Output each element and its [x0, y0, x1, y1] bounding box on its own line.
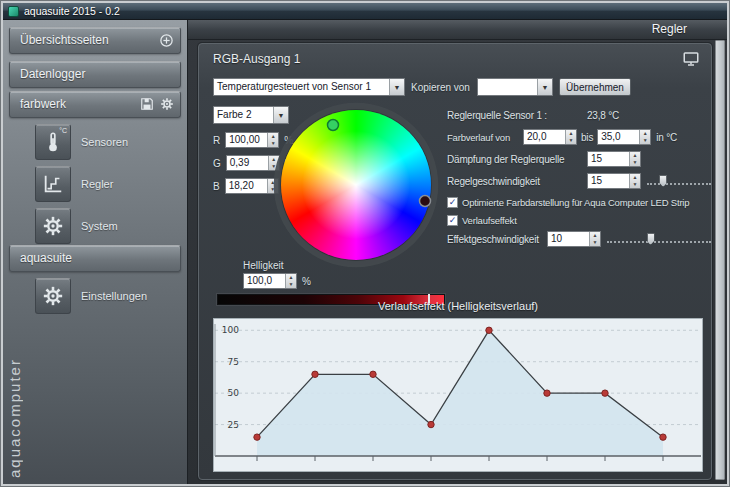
curve-icon [42, 173, 64, 195]
wheel-handle-green[interactable] [328, 120, 339, 131]
window-titlebar[interactable]: aquasuite 2015 - 0.2 [3, 3, 727, 20]
sidebar-item-farbwerk[interactable]: farbwerk [9, 91, 181, 118]
led-strip-label: Optimierte Farbdarstellung für Aqua Comp… [462, 197, 689, 208]
slider-track [647, 183, 711, 185]
sidebar-item-system-label[interactable]: System [81, 220, 118, 232]
spin-up-icon[interactable]: ▲ [590, 232, 600, 239]
brand-logo: aquacomputer [6, 268, 23, 478]
chevron-down-icon[interactable]: ▼ [389, 79, 404, 95]
spin-down-icon[interactable]: ▼ [630, 159, 640, 166]
spin-up-icon[interactable]: ▲ [566, 130, 576, 137]
mode-select[interactable]: Temperaturgesteuert von Sensor 1 ▼ [213, 78, 405, 96]
speed-label: Regelgeschwindigkeit [447, 176, 587, 187]
green-label: G [213, 158, 221, 169]
spin-up-icon[interactable]: ▲ [630, 152, 640, 159]
effect-speed-row: Effektgeschwindigkeit 10 ▲▼ [447, 230, 711, 248]
svg-text:25: 25 [228, 420, 239, 430]
spin-up-icon[interactable]: ▲ [630, 174, 640, 181]
sidebar-item-sensoren[interactable]: °C [35, 124, 71, 160]
svg-text:50: 50 [228, 388, 240, 398]
copy-from-label: Kopieren von [411, 82, 470, 93]
window-title: aquasuite 2015 - 0.2 [24, 5, 120, 17]
checkbox[interactable]: ✓ [447, 197, 458, 208]
main-area: Regler RGB-Ausgang 1 Temperaturgesteuert… [188, 20, 727, 484]
red-label: R [213, 135, 220, 146]
sidebar-item-regler-label[interactable]: Regler [81, 178, 113, 190]
sidebar-item-system[interactable] [35, 208, 71, 244]
sidebar-item-einstellungen[interactable] [35, 278, 71, 314]
copy-from-value [478, 79, 537, 95]
range-unit-label: in °C [656, 132, 677, 143]
effect-chart: 255075100 [213, 318, 703, 472]
thermometer-icon [42, 131, 64, 153]
brightness-label: Helligkeit [243, 260, 284, 271]
controller-settings: Reglerquelle Sensor 1 : 23,8 °C Farbverl… [447, 106, 711, 252]
range-label: Farbverlauf von [447, 132, 523, 143]
slider-thumb[interactable] [647, 233, 655, 245]
save-icon[interactable] [140, 97, 154, 111]
blue-label: B [213, 181, 220, 192]
wheel-handle-dark[interactable] [420, 196, 431, 207]
add-page-icon[interactable] [159, 33, 174, 48]
window-frame: aquasuite 2015 - 0.2 Übersichtsseiten Da… [1, 1, 729, 486]
sidebar-item-label: farbwerk [20, 97, 66, 111]
brightness-unit: % [302, 276, 311, 287]
vertical-scrollbar[interactable] [715, 40, 725, 480]
source-label: Reglerquelle Sensor 1 : [447, 110, 587, 121]
gear-icon [42, 215, 64, 237]
effect-speed-input[interactable]: 10 ▲▼ [547, 231, 601, 247]
damping-label: Dämpfung der Reglerquelle [447, 154, 587, 165]
gear-icon[interactable] [160, 97, 174, 111]
sidebar-item-sensoren-label[interactable]: Sensoren [81, 136, 128, 148]
spin-down-icon[interactable]: ▼ [590, 239, 600, 246]
speed-row: Regelgeschwindigkeit 15 ▲▼ [447, 172, 711, 190]
effect-speed-slider[interactable] [607, 232, 711, 246]
damping-row: Dämpfung der Reglerquelle 15 ▲▼ [447, 150, 711, 168]
source-value: 23,8 °C [587, 110, 619, 121]
sidebar-item-datenlogger[interactable]: Datenlogger [9, 61, 181, 88]
source-row: Reglerquelle Sensor 1 : 23,8 °C [447, 106, 711, 124]
range-to-input[interactable]: 35,0 ▲▼ [597, 129, 651, 145]
spin-down-icon[interactable]: ▼ [640, 137, 650, 144]
damping-input[interactable]: 15 ▲▼ [587, 151, 641, 167]
svg-text:75: 75 [228, 357, 239, 367]
gear-icon [42, 285, 64, 307]
led-strip-option[interactable]: ✓ Optimierte Farbdarstellung für Aqua Co… [447, 194, 711, 210]
slider-thumb[interactable] [659, 175, 667, 187]
app-window: aquasuite 2015 - 0.2 Übersichtsseiten Da… [0, 0, 730, 487]
gradient-effect-label: Verlaufseffekt [462, 215, 517, 226]
sidebar-item-aquasuite[interactable]: aquasuite [9, 245, 181, 272]
apply-button[interactable]: Übernehmen [559, 78, 631, 96]
monitor-icon[interactable] [681, 50, 701, 68]
spin-up-icon[interactable]: ▲ [640, 130, 650, 137]
sidebar-item-uebersichtsseiten[interactable]: Übersichtsseiten [9, 27, 181, 54]
range-mid-label: bis [581, 132, 593, 143]
spin-down-icon[interactable]: ▼ [566, 137, 576, 144]
chevron-down-icon[interactable]: ▼ [537, 79, 552, 95]
sidebar-item-label: Übersichtsseiten [20, 33, 109, 47]
speed-slider[interactable] [647, 174, 711, 188]
sidebar-item-einstellungen-label[interactable]: Einstellungen [81, 290, 147, 302]
panel-title: RGB-Ausgang 1 [213, 52, 300, 66]
sidebar-item-label: Datenlogger [20, 67, 85, 81]
slider-track [607, 241, 711, 243]
spin-up-icon[interactable]: ▲ [286, 274, 296, 281]
sidebar-item-regler[interactable] [35, 166, 71, 202]
spin-down-icon[interactable]: ▼ [286, 281, 296, 288]
checkbox[interactable]: ✓ [447, 215, 458, 226]
sidebar-item-label: aquasuite [20, 251, 72, 265]
mode-select-value: Temperaturgesteuert von Sensor 1 [214, 79, 389, 95]
hue-ring[interactable] [271, 100, 441, 270]
effect-speed-label: Effektgeschwindigkeit [447, 234, 547, 245]
gradient-range-row: Farbverlauf von 20,0 ▲▼ bis 35,0 ▲▼ in °… [447, 128, 711, 146]
brightness-input[interactable]: 100,0 ▲▼ [243, 273, 297, 289]
speed-input[interactable]: 15 ▲▼ [587, 173, 641, 189]
range-from-input[interactable]: 20,0 ▲▼ [523, 129, 577, 145]
page-title: Regler [652, 22, 687, 36]
copy-from-select[interactable]: ▼ [477, 78, 553, 96]
spin-down-icon[interactable]: ▼ [630, 181, 640, 188]
celsius-badge: °C [59, 127, 67, 134]
gradient-effect-option[interactable]: ✓ Verlaufseffekt [447, 212, 711, 228]
chart-title: Verlaufseffekt (Helligkeitsverlauf) [213, 300, 703, 312]
rgb-output-panel: RGB-Ausgang 1 Temperaturgesteuert von Se… [198, 43, 712, 480]
